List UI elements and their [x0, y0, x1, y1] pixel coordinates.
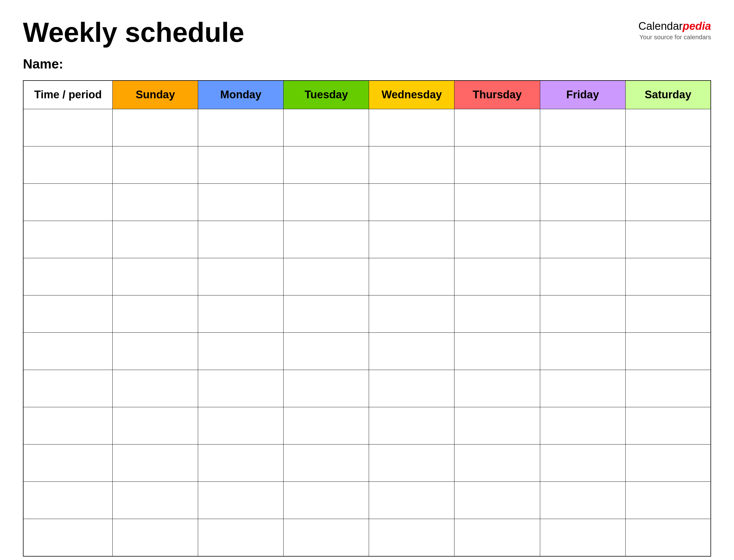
schedule-cell[interactable] — [455, 333, 540, 370]
schedule-cell[interactable] — [540, 519, 625, 556]
schedule-cell[interactable] — [283, 333, 369, 370]
schedule-cell[interactable] — [455, 184, 540, 221]
schedule-cell[interactable] — [625, 333, 711, 370]
schedule-cell[interactable] — [198, 221, 283, 258]
schedule-cell[interactable] — [540, 258, 625, 295]
schedule-cell[interactable] — [369, 146, 455, 184]
schedule-cell[interactable] — [113, 146, 198, 184]
time-cell[interactable] — [23, 258, 113, 295]
schedule-cell[interactable] — [113, 407, 198, 445]
schedule-cell[interactable] — [113, 445, 198, 482]
schedule-cell[interactable] — [283, 482, 369, 519]
schedule-cell[interactable] — [198, 519, 283, 556]
time-cell[interactable] — [23, 146, 113, 184]
schedule-cell[interactable] — [540, 370, 625, 407]
schedule-cell[interactable] — [455, 519, 540, 556]
schedule-cell[interactable] — [283, 109, 369, 146]
schedule-cell[interactable] — [455, 407, 540, 445]
schedule-cell[interactable] — [113, 482, 198, 519]
schedule-cell[interactable] — [198, 333, 283, 370]
schedule-cell[interactable] — [369, 407, 455, 445]
schedule-cell[interactable] — [625, 109, 711, 146]
schedule-cell[interactable] — [198, 445, 283, 482]
schedule-cell[interactable] — [540, 295, 625, 333]
schedule-cell[interactable] — [283, 295, 369, 333]
time-cell[interactable] — [23, 519, 113, 556]
schedule-cell[interactable] — [455, 295, 540, 333]
schedule-cell[interactable] — [625, 295, 711, 333]
schedule-cell[interactable] — [113, 333, 198, 370]
schedule-cell[interactable] — [283, 258, 369, 295]
schedule-cell[interactable] — [113, 258, 198, 295]
schedule-cell[interactable] — [540, 407, 625, 445]
schedule-cell[interactable] — [198, 370, 283, 407]
schedule-cell[interactable] — [369, 519, 455, 556]
schedule-cell[interactable] — [625, 184, 711, 221]
schedule-cell[interactable] — [455, 445, 540, 482]
schedule-cell[interactable] — [369, 445, 455, 482]
schedule-cell[interactable] — [455, 221, 540, 258]
schedule-cell[interactable] — [540, 184, 625, 221]
schedule-cell[interactable] — [369, 370, 455, 407]
schedule-cell[interactable] — [113, 109, 198, 146]
time-cell[interactable] — [23, 295, 113, 333]
schedule-cell[interactable] — [540, 221, 625, 258]
schedule-cell[interactable] — [198, 109, 283, 146]
schedule-cell[interactable] — [369, 221, 455, 258]
schedule-cell[interactable] — [455, 258, 540, 295]
schedule-cell[interactable] — [540, 333, 625, 370]
time-cell[interactable] — [23, 221, 113, 258]
schedule-cell[interactable] — [198, 407, 283, 445]
time-cell[interactable] — [23, 333, 113, 370]
schedule-cell[interactable] — [625, 519, 711, 556]
schedule-cell[interactable] — [198, 482, 283, 519]
schedule-cell[interactable] — [625, 407, 711, 445]
schedule-cell[interactable] — [283, 146, 369, 184]
schedule-cell[interactable] — [369, 258, 455, 295]
schedule-cell[interactable] — [198, 184, 283, 221]
table-row — [23, 146, 711, 184]
schedule-cell[interactable] — [283, 445, 369, 482]
schedule-cell[interactable] — [113, 221, 198, 258]
schedule-cell[interactable] — [283, 519, 369, 556]
time-cell[interactable] — [23, 109, 113, 146]
schedule-cell[interactable] — [198, 258, 283, 295]
schedule-cell[interactable] — [625, 370, 711, 407]
schedule-cell[interactable] — [369, 184, 455, 221]
schedule-cell[interactable] — [198, 295, 283, 333]
schedule-cell[interactable] — [283, 221, 369, 258]
schedule-cell[interactable] — [283, 184, 369, 221]
schedule-cell[interactable] — [625, 482, 711, 519]
schedule-cell[interactable] — [369, 109, 455, 146]
schedule-cell[interactable] — [113, 519, 198, 556]
time-cell[interactable] — [23, 370, 113, 407]
schedule-cell[interactable] — [455, 109, 540, 146]
schedule-cell[interactable] — [369, 295, 455, 333]
schedule-cell[interactable] — [113, 184, 198, 221]
schedule-cell[interactable] — [455, 482, 540, 519]
schedule-cell[interactable] — [369, 482, 455, 519]
table-row — [23, 221, 711, 258]
schedule-cell[interactable] — [625, 221, 711, 258]
table-row — [23, 258, 711, 295]
schedule-cell[interactable] — [113, 295, 198, 333]
schedule-cell[interactable] — [198, 146, 283, 184]
schedule-cell[interactable] — [540, 146, 625, 184]
schedule-cell[interactable] — [540, 109, 625, 146]
schedule-cell[interactable] — [455, 146, 540, 184]
schedule-cell[interactable] — [540, 445, 625, 482]
schedule-cell[interactable] — [625, 258, 711, 295]
schedule-cell[interactable] — [455, 370, 540, 407]
table-row — [23, 445, 711, 482]
time-cell[interactable] — [23, 184, 113, 221]
schedule-cell[interactable] — [625, 445, 711, 482]
schedule-cell[interactable] — [369, 333, 455, 370]
schedule-cell[interactable] — [625, 146, 711, 184]
schedule-cell[interactable] — [283, 370, 369, 407]
schedule-cell[interactable] — [113, 370, 198, 407]
time-cell[interactable] — [23, 482, 113, 519]
schedule-cell[interactable] — [283, 407, 369, 445]
time-cell[interactable] — [23, 407, 113, 445]
schedule-cell[interactable] — [540, 482, 625, 519]
time-cell[interactable] — [23, 445, 113, 482]
